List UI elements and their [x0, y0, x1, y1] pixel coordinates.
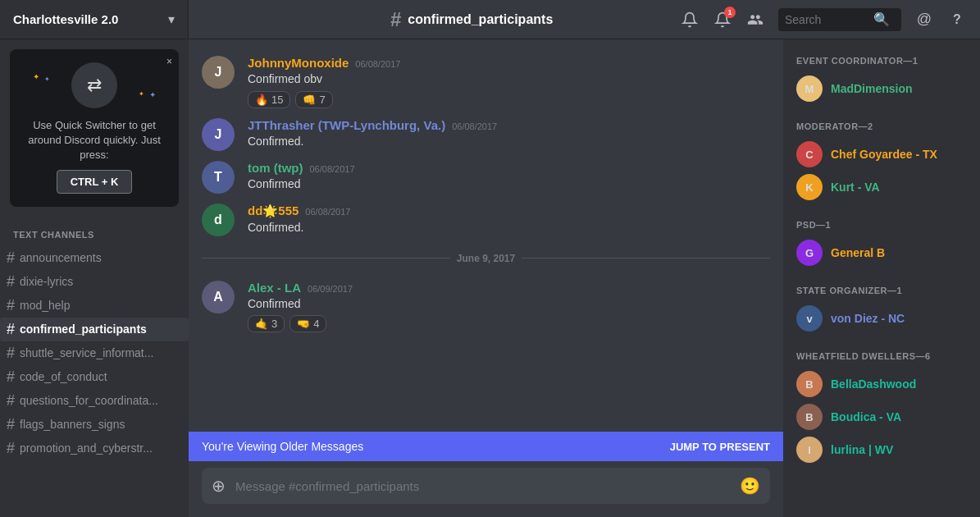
role-label: WHEATFIELD DWELLERS—6	[790, 348, 973, 364]
channel-label: confirmed_participants	[20, 323, 147, 336]
member-name: General B	[831, 246, 885, 259]
avatar: l	[796, 437, 823, 463]
sidebar-item-mod_help[interactable]: # mod_help	[0, 294, 189, 318]
messages-scroll[interactable]: J JohnnyMonoxide 06/08/2017 Confirmed ob…	[189, 39, 783, 432]
list-item[interactable]: B BellaDashwood	[790, 368, 973, 400]
top-bar: Charlottesville 2.0 ▾ # confirmed_partic…	[0, 0, 980, 39]
role-section: EVENT COORDINATOR—1 M MadDimension	[790, 53, 973, 105]
date-divider: June 9, 2017	[189, 246, 783, 271]
messages-area: J JohnnyMonoxide 06/08/2017 Confirmed ob…	[189, 39, 783, 517]
reaction-count: 4	[313, 318, 319, 330]
search-input[interactable]	[785, 13, 867, 26]
member-name: von Diez - NC	[831, 312, 905, 325]
avatar: C	[796, 141, 823, 167]
server-name: Charlottesville 2.0	[13, 12, 118, 26]
sidebar: × ⇄ ✦ ✦ ✦ ✦ Use Quick Switcher to get ar…	[0, 39, 189, 517]
sidebar-item-code_of_conduct[interactable]: # code_of_conduct	[0, 365, 189, 389]
attach-plus-icon[interactable]: ⊕	[212, 476, 226, 496]
sidebar-item-questions_for_coordinata[interactable]: # questions_for_coordinata...	[0, 389, 189, 413]
reaction-item[interactable]: 🔥 15	[248, 91, 290, 108]
reactions: 🤙 3 🤜 4	[248, 315, 770, 332]
message-text: Confirmed obv	[248, 71, 770, 88]
older-messages-bar[interactable]: You're Viewing Older Messages JUMP TO PR…	[189, 432, 783, 461]
message-input[interactable]	[235, 479, 730, 493]
quick-switcher-shortcut[interactable]: CTRL + K	[57, 170, 133, 194]
list-item[interactable]: B Boudica - VA	[790, 400, 973, 433]
reaction-count: 15	[271, 94, 283, 106]
quick-switcher-icon: ⇄	[71, 62, 117, 108]
reaction-item[interactable]: 🤜 4	[289, 315, 326, 332]
message-username[interactable]: Alex - LA	[248, 281, 301, 295]
divider-line	[202, 258, 450, 258]
message-text: Confirmed.	[248, 220, 770, 236]
avatar: B	[796, 404, 823, 430]
channel-hash-icon: #	[7, 416, 15, 433]
member-name: lurlina | WV	[831, 443, 893, 456]
message-timestamp: 06/08/2017	[309, 164, 354, 174]
avatar: J	[202, 118, 235, 151]
message-timestamp: 06/08/2017	[305, 207, 350, 217]
message-content: dd🌟555 06/08/2017 Confirmed.	[248, 204, 770, 236]
table-row: J JohnnyMonoxide 06/08/2017 Confirmed ob…	[189, 53, 783, 112]
sidebar-item-promotion_and_cyberstr[interactable]: # promotion_and_cyberstr...	[0, 437, 189, 460]
main-layout: × ⇄ ✦ ✦ ✦ ✦ Use Quick Switcher to get ar…	[0, 39, 980, 517]
channel-hash-icon: #	[7, 321, 15, 338]
role-label: EVENT COORDINATOR—1	[790, 53, 973, 69]
sidebar-item-dixie-lyrics[interactable]: # dixie-lyrics	[0, 270, 189, 294]
search-box[interactable]: 🔍	[778, 8, 901, 31]
bell-icon[interactable]	[680, 10, 700, 30]
list-item[interactable]: K Kurt - VA	[790, 171, 973, 204]
channel-label: shuttle_service_informat...	[20, 346, 153, 359]
reaction-emoji: 👊	[303, 94, 316, 106]
table-row: T tom (twp) 06/08/2017 Confirmed	[189, 158, 783, 197]
reaction-emoji: 🤙	[255, 318, 268, 330]
reaction-item[interactable]: 🤙 3	[248, 315, 285, 332]
emoji-button[interactable]: 🙂	[740, 476, 760, 496]
sidebar-item-flags_banners_signs[interactable]: # flags_banners_signs	[0, 413, 189, 437]
message-text: Confirmed	[248, 296, 770, 313]
message-input-box: ⊕ 🙂	[202, 468, 770, 504]
avatar: J	[202, 56, 235, 89]
list-item[interactable]: v von Diez - NC	[790, 302, 973, 335]
members-icon[interactable]	[745, 10, 765, 30]
notification-icon[interactable]: 1	[713, 10, 732, 30]
message-username[interactable]: dd🌟555	[248, 204, 299, 218]
list-item[interactable]: G General B	[790, 236, 973, 269]
role-label: STATE ORGANIZER—1	[790, 282, 973, 299]
avatar: T	[202, 161, 235, 194]
avatar: d	[202, 204, 235, 236]
notification-badge: 1	[724, 7, 736, 18]
message-username[interactable]: JohnnyMonoxide	[248, 56, 349, 70]
sidebar-item-shuttle_service_informat[interactable]: # shuttle_service_informat...	[0, 341, 189, 365]
message-username[interactable]: JTThrasher (TWP-Lynchburg, Va.)	[248, 118, 445, 132]
message-content: tom (twp) 06/08/2017 Confirmed	[248, 161, 770, 194]
avatar: A	[202, 281, 235, 313]
channel-hash-icon: #	[7, 440, 15, 457]
at-icon[interactable]: @	[914, 10, 934, 30]
sidebar-item-confirmed_participants[interactable]: # confirmed_participants	[0, 318, 189, 341]
list-item[interactable]: l lurlina | WV	[790, 433, 973, 466]
message-content: JTThrasher (TWP-Lynchburg, Va.) 06/08/20…	[248, 118, 770, 151]
message-username[interactable]: tom (twp)	[248, 161, 303, 175]
role-section: MODERATOR—2 C Chef Goyardee - TX K Kurt …	[790, 118, 973, 204]
message-header: JohnnyMonoxide 06/08/2017	[248, 56, 770, 70]
reaction-item[interactable]: 👊 7	[295, 91, 332, 108]
help-icon[interactable]: ?	[947, 10, 967, 30]
server-header[interactable]: Charlottesville 2.0 ▾	[0, 0, 189, 39]
list-item[interactable]: M MadDimension	[790, 72, 973, 105]
channels-section-label: TEXT CHANNELS	[7, 230, 182, 240]
list-item[interactable]: C Chef Goyardee - TX	[790, 138, 973, 171]
channel-hash-icon: #	[7, 345, 15, 362]
member-name: Chef Goyardee - TX	[831, 148, 937, 161]
sidebar-item-announcements[interactable]: # announcements	[0, 246, 189, 270]
message-header: dd🌟555 06/08/2017	[248, 204, 770, 218]
avatar: K	[796, 174, 823, 200]
jump-to-present-button[interactable]: JUMP TO PRESENT	[670, 441, 770, 453]
top-bar-icons: 1 🔍 @ ?	[680, 8, 980, 31]
role-section: WHEATFIELD DWELLERS—6 B BellaDashwood B …	[790, 348, 973, 466]
avatar: v	[796, 305, 823, 332]
quick-switcher-close[interactable]: ×	[166, 56, 172, 67]
member-name: Boudica - VA	[831, 410, 901, 423]
avatar: B	[796, 371, 823, 397]
channel-name-display: confirmed_participants	[408, 12, 553, 27]
